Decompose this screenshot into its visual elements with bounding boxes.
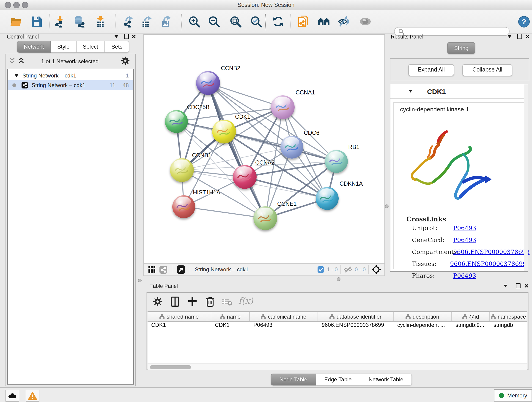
column-header-description[interactable]: description [394, 312, 452, 321]
crosslink-value-link[interactable]: 9606.ENSP00000378699 [450, 260, 526, 267]
grid-view-icon[interactable] [148, 266, 155, 273]
column-header--id[interactable]: @id [452, 312, 490, 321]
control-panel-menu-icon[interactable] [114, 35, 118, 38]
crosslink-value-link[interactable]: P06493 [453, 225, 476, 231]
tab-network[interactable]: Network [17, 41, 51, 53]
fit-selected-crosshair-icon[interactable] [372, 265, 381, 274]
horizontal-splitter-grip[interactable] [337, 277, 341, 281]
delete-column-trash-icon[interactable] [206, 297, 215, 307]
help-icon[interactable]: ? [517, 15, 530, 28]
node-RB1[interactable] [325, 150, 348, 173]
table-h-scrollbar-thumb[interactable] [150, 365, 191, 369]
tab-select[interactable]: Select [76, 41, 105, 53]
table-h-scrollbar[interactable] [147, 364, 527, 370]
node-CCNB1[interactable] [170, 158, 194, 182]
crosslink-value-link[interactable]: P06493 [453, 236, 476, 243]
import-table-from-file-icon[interactable] [94, 15, 107, 28]
crosslink-label: GeneCard: [412, 236, 453, 243]
node-gloss [284, 137, 299, 147]
collection-label: String Network – cdk1 [22, 72, 76, 79]
node-HIST1H1A[interactable] [172, 195, 195, 218]
save-session-icon[interactable] [30, 15, 43, 28]
fit-content-icon[interactable] [229, 15, 242, 28]
results-panel-close-icon[interactable]: ✕ [525, 34, 530, 39]
import-network-from-file-icon[interactable] [54, 15, 66, 28]
gene-header-row[interactable]: CDK1 [390, 84, 527, 99]
gene-expander-icon[interactable] [409, 90, 412, 93]
network-collection-row[interactable]: String Network – cdk1 1 [8, 69, 133, 80]
control-panel-close-icon[interactable]: ✕ [132, 34, 136, 39]
node-CCNB2[interactable] [196, 71, 220, 95]
import-network-from-database-icon[interactable] [73, 15, 86, 28]
show-columns-icon[interactable] [171, 297, 180, 307]
expand-all-icon[interactable] [18, 57, 24, 64]
node-table: shared namenamecanonical namedatabase id… [147, 311, 527, 364]
column-header-namespace[interactable]: namespace [490, 312, 527, 321]
table-panel-tabs: Node Table Edge Table Network Table [271, 374, 412, 385]
zoom-selected-icon[interactable] [250, 15, 263, 28]
export-image-icon[interactable] [159, 15, 172, 28]
results-panel-menu-icon[interactable] [508, 35, 511, 38]
tab-sets[interactable]: Sets [105, 41, 129, 53]
collapse-all-button[interactable]: Collapse All [462, 64, 512, 76]
column-header-canonical-name[interactable]: canonical name [250, 312, 318, 321]
tab-edge-table[interactable]: Edge Table [316, 374, 360, 385]
crosslink-value-link[interactable]: 9606.ENSP00000378699 [453, 249, 530, 255]
tree-expander-icon[interactable] [14, 74, 19, 77]
hide-selected-icon[interactable] [337, 15, 350, 28]
vertical-splitter-grip[interactable] [138, 279, 142, 282]
zoom-out-icon[interactable] [208, 15, 220, 28]
tab-node-table[interactable]: Node Table [271, 374, 316, 385]
crosslink-value-link[interactable]: P06493 [453, 272, 476, 279]
crosslinks-list: Uniprot: P06493GeneCard: P06493Compartme… [412, 225, 526, 284]
column-header-name[interactable]: name [211, 312, 250, 321]
edge-HIST1H1A-CCNE1[interactable] [184, 207, 265, 218]
tab-network-table[interactable]: Network Table [360, 374, 412, 385]
edge-CCNB2-CCNE1[interactable] [208, 83, 265, 218]
birdseye-view-icon[interactable] [177, 265, 185, 274]
apply-preferred-layout-icon[interactable] [272, 15, 285, 28]
node-label-CDKN1A: CDKN1A [340, 181, 363, 187]
node-CCNA1[interactable] [271, 95, 295, 119]
network-canvas[interactable]: CCNB2 CCNA1 CDC25B CDK1 CDC6 RB1 CCNB1 C… [143, 34, 385, 263]
selected-checkbox-icon[interactable] [317, 266, 324, 273]
network-options-gear-icon[interactable] [121, 56, 130, 65]
column-header-database-identifier[interactable]: database identifier [318, 312, 394, 321]
expand-all-button[interactable]: Expand All [408, 64, 454, 76]
node-CDKN1A[interactable] [316, 187, 339, 210]
node-CCNA2[interactable] [233, 165, 257, 189]
tab-string[interactable]: String [447, 42, 475, 54]
memory-button[interactable]: Memory [494, 389, 532, 402]
collapse-all-icon[interactable] [9, 57, 15, 64]
network-view-icon[interactable] [159, 266, 167, 274]
column-header-shared-name[interactable]: shared name [147, 312, 211, 321]
table-panel-menu-icon[interactable] [504, 285, 507, 287]
table-panel-float-icon[interactable] [516, 283, 520, 288]
export-network-icon[interactable] [122, 15, 135, 28]
export-table-icon[interactable] [140, 15, 153, 28]
zoom-in-icon[interactable] [188, 15, 201, 28]
results-splitter-grip[interactable] [385, 204, 389, 208]
cloud-button[interactable] [6, 390, 19, 402]
node-CDK1[interactable] [212, 120, 236, 143]
tab-style[interactable]: Style [51, 41, 76, 53]
table-settings-gear-icon[interactable] [153, 297, 162, 306]
edge-CDK1-RB1[interactable] [224, 132, 336, 161]
table-row[interactable]: CDK1CDK1P064939606.ENSP00000378699cyclin… [147, 322, 527, 330]
search-input[interactable] [404, 28, 498, 35]
node-CCNE1[interactable] [253, 206, 277, 230]
open-session-icon[interactable] [10, 15, 22, 28]
node-CDC25B[interactable] [165, 110, 188, 133]
graphics-details-icon[interactable] [359, 15, 372, 28]
first-neighbors-icon[interactable] [317, 15, 330, 28]
control-panel-float-icon[interactable] [124, 34, 129, 39]
results-panel-float-icon[interactable] [517, 34, 522, 39]
results-scrollbar[interactable] [524, 84, 528, 271]
network-row-selected[interactable]: String Network – cdk1 11 48 [8, 80, 133, 90]
table-panel-close-icon[interactable]: ✕ [524, 284, 529, 288]
new-network-from-selection-icon[interactable] [297, 15, 310, 28]
memory-label: Memory [507, 392, 527, 399]
warning-button[interactable] [26, 390, 39, 402]
node-CDC6[interactable] [280, 136, 303, 159]
add-column-icon[interactable] [188, 297, 197, 307]
